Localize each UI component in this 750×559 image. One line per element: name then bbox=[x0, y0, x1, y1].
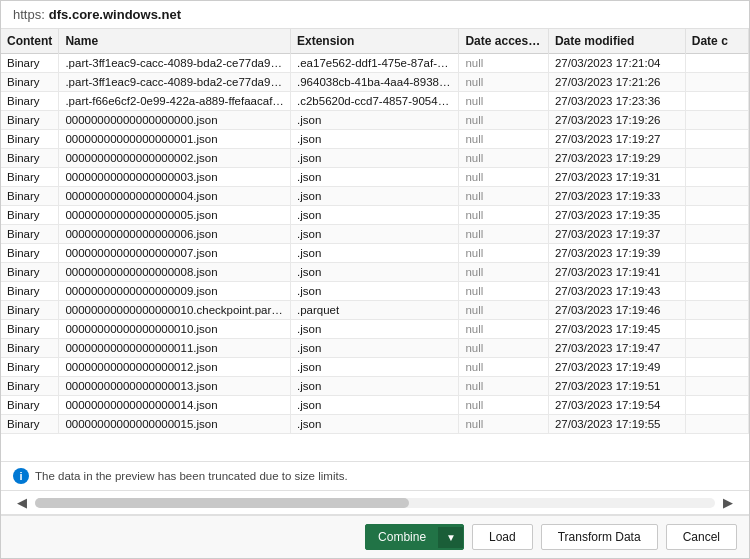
data-table: Content Name Extension Date accessed Dat… bbox=[1, 29, 749, 434]
cell-date-c bbox=[685, 339, 748, 358]
cell-date-modified: 27/03/2023 17:19:47 bbox=[548, 339, 685, 358]
cell-extension: .json bbox=[291, 415, 459, 434]
table-row[interactable]: Binary00000000000000000010.checkpoint.pa… bbox=[1, 301, 749, 320]
cell-date-modified: 27/03/2023 17:21:04 bbox=[548, 54, 685, 73]
cell-extension: .json bbox=[291, 111, 459, 130]
info-message: The data in the preview has been truncat… bbox=[35, 470, 348, 482]
table-row[interactable]: Binary00000000000000000006.json.jsonnull… bbox=[1, 225, 749, 244]
cell-extension: .json bbox=[291, 149, 459, 168]
scroll-thumb[interactable] bbox=[35, 498, 409, 508]
title-bar: https: dfs.core.windows.net bbox=[1, 1, 749, 29]
scroll-right-button[interactable]: ▶ bbox=[719, 495, 737, 510]
cell-date-accessed: null bbox=[459, 130, 548, 149]
table-row[interactable]: Binary00000000000000000005.json.jsonnull… bbox=[1, 206, 749, 225]
table-row[interactable]: Binary00000000000000000002.json.jsonnull… bbox=[1, 149, 749, 168]
cell-content: Binary bbox=[1, 282, 59, 301]
cell-content: Binary bbox=[1, 54, 59, 73]
scroll-bar-area[interactable]: ◀ ▶ bbox=[1, 491, 749, 515]
scroll-left-button[interactable]: ◀ bbox=[13, 495, 31, 510]
footer-bar: Combine ▼ Load Transform Data Cancel bbox=[1, 515, 749, 558]
cell-date-c bbox=[685, 244, 748, 263]
col-header-date-modified[interactable]: Date modified bbox=[548, 29, 685, 54]
info-bar: i The data in the preview has been trunc… bbox=[1, 462, 749, 491]
cell-date-c bbox=[685, 225, 748, 244]
cell-date-c bbox=[685, 377, 748, 396]
table-row[interactable]: Binary00000000000000000003.json.jsonnull… bbox=[1, 168, 749, 187]
cell-date-accessed: null bbox=[459, 320, 548, 339]
cell-content: Binary bbox=[1, 73, 59, 92]
cell-date-modified: 27/03/2023 17:21:26 bbox=[548, 73, 685, 92]
cell-content: Binary bbox=[1, 111, 59, 130]
col-header-date-accessed[interactable]: Date accessed bbox=[459, 29, 548, 54]
cell-content: Binary bbox=[1, 339, 59, 358]
table-row[interactable]: Binary00000000000000000012.json.jsonnull… bbox=[1, 358, 749, 377]
cell-date-c bbox=[685, 168, 748, 187]
cell-date-c bbox=[685, 358, 748, 377]
cell-date-modified: 27/03/2023 17:19:29 bbox=[548, 149, 685, 168]
cell-date-c bbox=[685, 92, 748, 111]
cell-date-accessed: null bbox=[459, 92, 548, 111]
cell-name: 00000000000000000004.json bbox=[59, 187, 291, 206]
cell-extension: .c2b5620d-ccd7-4857-9054-bb826d79604b bbox=[291, 92, 459, 111]
table-row[interactable]: Binary00000000000000000000.json.jsonnull… bbox=[1, 111, 749, 130]
cell-name: 00000000000000000011.json bbox=[59, 339, 291, 358]
cell-name: 00000000000000000006.json bbox=[59, 225, 291, 244]
cell-content: Binary bbox=[1, 415, 59, 434]
cell-date-accessed: null bbox=[459, 282, 548, 301]
cell-date-c bbox=[685, 320, 748, 339]
table-row[interactable]: Binary00000000000000000013.json.jsonnull… bbox=[1, 377, 749, 396]
table-row[interactable]: Binary00000000000000000015.json.jsonnull… bbox=[1, 415, 749, 434]
cell-date-modified: 27/03/2023 17:19:31 bbox=[548, 168, 685, 187]
cell-date-c bbox=[685, 187, 748, 206]
cell-content: Binary bbox=[1, 206, 59, 225]
table-container[interactable]: Content Name Extension Date accessed Dat… bbox=[1, 29, 749, 462]
cell-extension: .json bbox=[291, 396, 459, 415]
cell-extension: .964038cb-41ba-4aa4-8938-cfa219305S5b bbox=[291, 73, 459, 92]
cell-extension: .json bbox=[291, 244, 459, 263]
table-row[interactable]: Binary00000000000000000001.json.jsonnull… bbox=[1, 130, 749, 149]
col-header-name[interactable]: Name bbox=[59, 29, 291, 54]
cell-date-accessed: null bbox=[459, 415, 548, 434]
cell-date-modified: 27/03/2023 17:19:27 bbox=[548, 130, 685, 149]
cell-date-modified: 27/03/2023 17:19:33 bbox=[548, 187, 685, 206]
combine-main-button[interactable]: Combine bbox=[366, 525, 438, 549]
load-button[interactable]: Load bbox=[472, 524, 533, 550]
table-row[interactable]: Binary00000000000000000009.json.jsonnull… bbox=[1, 282, 749, 301]
cell-extension: .parquet bbox=[291, 301, 459, 320]
cell-date-accessed: null bbox=[459, 301, 548, 320]
cell-content: Binary bbox=[1, 187, 59, 206]
col-header-date-c[interactable]: Date c bbox=[685, 29, 748, 54]
table-row[interactable]: Binary00000000000000000008.json.jsonnull… bbox=[1, 263, 749, 282]
transform-data-button[interactable]: Transform Data bbox=[541, 524, 658, 550]
cell-date-accessed: null bbox=[459, 187, 548, 206]
table-row[interactable]: Binary00000000000000000014.json.jsonnull… bbox=[1, 396, 749, 415]
table-row[interactable]: Binary00000000000000000010.json.jsonnull… bbox=[1, 320, 749, 339]
cell-content: Binary bbox=[1, 149, 59, 168]
table-row[interactable]: Binary.part-3ff1eac9-cacc-4089-bda2-ce77… bbox=[1, 73, 749, 92]
col-header-content[interactable]: Content bbox=[1, 29, 59, 54]
cell-name: 00000000000000000010.checkpoint.parquet bbox=[59, 301, 291, 320]
scroll-track[interactable] bbox=[35, 498, 715, 508]
cell-name: .part-3ff1eac9-cacc-4089-bda2-ce77da9b36… bbox=[59, 73, 291, 92]
cell-extension: .json bbox=[291, 225, 459, 244]
cell-date-c bbox=[685, 282, 748, 301]
cell-name: 00000000000000000013.json bbox=[59, 377, 291, 396]
combine-button[interactable]: Combine ▼ bbox=[365, 524, 464, 550]
cell-content: Binary bbox=[1, 244, 59, 263]
combine-dropdown-button[interactable]: ▼ bbox=[438, 527, 463, 548]
cell-name: 00000000000000000000.json bbox=[59, 111, 291, 130]
cell-extension: .json bbox=[291, 320, 459, 339]
cell-content: Binary bbox=[1, 168, 59, 187]
col-header-extension[interactable]: Extension bbox=[291, 29, 459, 54]
info-icon: i bbox=[13, 468, 29, 484]
table-row[interactable]: Binary00000000000000000011.json.jsonnull… bbox=[1, 339, 749, 358]
cell-name: 00000000000000000012.json bbox=[59, 358, 291, 377]
cancel-button[interactable]: Cancel bbox=[666, 524, 737, 550]
table-row[interactable]: Binary.part-f66e6cf2-0e99-422a-a889-ffef… bbox=[1, 92, 749, 111]
table-row[interactable]: Binary00000000000000000007.json.jsonnull… bbox=[1, 244, 749, 263]
table-row[interactable]: Binary.part-3ff1eac9-cacc-4089-bda2-ce77… bbox=[1, 54, 749, 73]
table-row[interactable]: Binary00000000000000000004.json.jsonnull… bbox=[1, 187, 749, 206]
cell-name: 00000000000000000009.json bbox=[59, 282, 291, 301]
protocol-label: https: bbox=[13, 7, 45, 22]
cell-extension: .json bbox=[291, 130, 459, 149]
